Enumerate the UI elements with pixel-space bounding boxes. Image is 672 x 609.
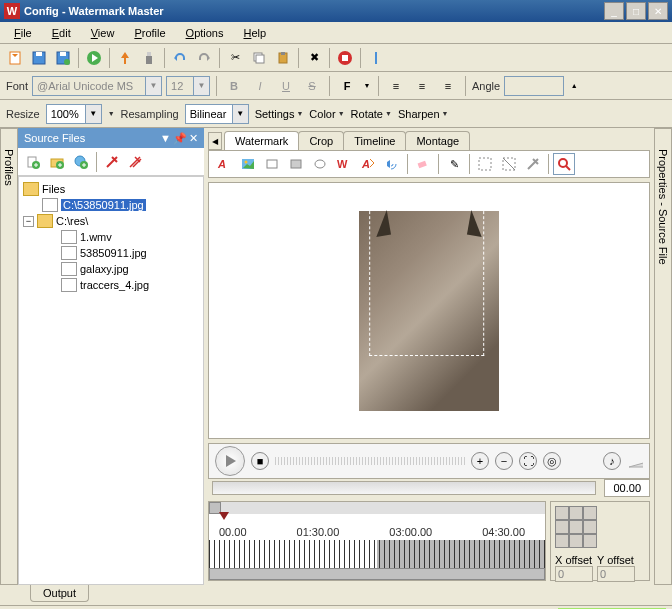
position-grid[interactable]: [555, 506, 645, 548]
convert-icon[interactable]: [114, 47, 136, 69]
profiles-sidetab[interactable]: Profiles: [0, 128, 18, 585]
menu-options[interactable]: Options: [178, 25, 232, 41]
paste-icon[interactable]: [272, 47, 294, 69]
audio-icon[interactable]: [381, 153, 403, 175]
tab-crop[interactable]: Crop: [298, 131, 344, 150]
italic-icon[interactable]: I: [249, 75, 271, 97]
volume-slider[interactable]: [627, 453, 643, 469]
ellipse-icon[interactable]: [309, 153, 331, 175]
output-tab[interactable]: Output: [30, 585, 89, 602]
fontsize-combo[interactable]: 12▼: [166, 76, 210, 96]
timeline-playhead[interactable]: [209, 514, 545, 526]
strike-icon[interactable]: S: [301, 75, 323, 97]
zoom-out-icon[interactable]: −: [495, 452, 513, 470]
y-offset-input[interactable]: [597, 566, 635, 582]
selection-rect[interactable]: [369, 201, 484, 356]
eraser-icon[interactable]: [412, 153, 434, 175]
zoom-preview-icon[interactable]: [553, 153, 575, 175]
play-button[interactable]: [215, 446, 245, 476]
actual-size-icon[interactable]: ◎: [543, 452, 561, 470]
tab-scroll-left[interactable]: ◀: [208, 132, 222, 150]
panel-menu-icon[interactable]: ▼: [160, 132, 171, 145]
toggle-icon[interactable]: [365, 47, 387, 69]
bold-icon[interactable]: B: [223, 75, 245, 97]
settings-menu[interactable]: Settings▼: [255, 108, 304, 120]
timeline-track[interactable]: 00.0001:30.0003:00.0004:30.00: [208, 501, 546, 581]
rect-icon[interactable]: [261, 153, 283, 175]
font-color-icon[interactable]: F: [336, 75, 358, 97]
fit-icon[interactable]: ⛶: [519, 452, 537, 470]
tree-file[interactable]: 1.wmv: [23, 229, 199, 245]
align-right-icon[interactable]: ≡: [437, 75, 459, 97]
maximize-button[interactable]: □: [626, 2, 646, 20]
app-watermark-icon[interactable]: W: [333, 153, 355, 175]
resampling-combo[interactable]: Bilinear▼: [185, 104, 249, 124]
menu-edit[interactable]: Edit: [44, 25, 79, 41]
tree-file[interactable]: traccers_4.jpg: [23, 277, 199, 293]
minimize-button[interactable]: _: [604, 2, 624, 20]
menu-help[interactable]: Help: [235, 25, 274, 41]
panel-close-icon[interactable]: ✕: [189, 132, 198, 145]
edit-icon[interactable]: ✎: [443, 153, 465, 175]
select-all-icon[interactable]: [474, 153, 496, 175]
align-left-icon[interactable]: ≡: [385, 75, 407, 97]
redo-icon[interactable]: [193, 47, 215, 69]
zoom-combo[interactable]: 100%▼: [46, 104, 102, 124]
timeline-hscroll[interactable]: [209, 568, 545, 580]
add-url-icon[interactable]: [70, 151, 92, 173]
save-as-icon[interactable]: [52, 47, 74, 69]
remove-all-icon[interactable]: [125, 151, 147, 173]
panel-pin-icon[interactable]: 📌: [173, 132, 187, 145]
sharpen-menu[interactable]: Sharpen▼: [398, 108, 449, 120]
remove-icon[interactable]: [101, 151, 123, 173]
angle-field[interactable]: [504, 76, 564, 96]
font-combo[interactable]: @Arial Unicode MS▼: [32, 76, 162, 96]
image-watermark-icon[interactable]: [237, 153, 259, 175]
add-file-icon[interactable]: [22, 151, 44, 173]
rotate-menu[interactable]: Rotate▼: [351, 108, 392, 120]
color-menu[interactable]: Color▼: [309, 108, 344, 120]
undo-icon[interactable]: [169, 47, 191, 69]
align-center-icon[interactable]: ≡: [411, 75, 433, 97]
copy-icon[interactable]: [248, 47, 270, 69]
cut-icon[interactable]: ✂: [224, 47, 246, 69]
font-color-drop[interactable]: ▼: [362, 75, 372, 97]
menu-view[interactable]: View: [83, 25, 123, 41]
deselect-icon[interactable]: [498, 153, 520, 175]
angle-up[interactable]: ▲: [568, 75, 580, 97]
underline-icon[interactable]: U: [275, 75, 297, 97]
app-icon: W: [4, 3, 20, 19]
delete-icon[interactable]: ✖: [303, 47, 325, 69]
tree-root[interactable]: Files: [23, 181, 199, 197]
volume-icon[interactable]: ♪: [603, 452, 621, 470]
tree-folder[interactable]: −C:\res\: [23, 213, 199, 229]
text-watermark-icon[interactable]: A: [213, 153, 235, 175]
menu-profile[interactable]: Profile: [126, 25, 173, 41]
resize-toolbar: Resize 100%▼ ▼ Resampling Bilinear▼ Sett…: [0, 100, 672, 128]
anim-text-icon[interactable]: A: [357, 153, 379, 175]
zoom-in-icon[interactable]: +: [471, 452, 489, 470]
close-button[interactable]: ✕: [648, 2, 668, 20]
menu-file[interactable]: File: [6, 25, 40, 41]
scrub-bar[interactable]: [212, 481, 596, 495]
preview-area[interactable]: [208, 182, 650, 439]
tree-file[interactable]: 53850911.jpg: [23, 245, 199, 261]
add-folder-icon[interactable]: [46, 151, 68, 173]
filled-rect-icon[interactable]: [285, 153, 307, 175]
tab-watermark[interactable]: Watermark: [224, 131, 299, 150]
stop-button[interactable]: ■: [251, 452, 269, 470]
tree-file-selected[interactable]: C:\53850911.jpg: [23, 197, 199, 213]
resize-drop[interactable]: ▼: [108, 110, 115, 117]
file-tree[interactable]: Files C:\53850911.jpg −C:\res\ 1.wmv 538…: [18, 176, 204, 585]
play-icon[interactable]: [83, 47, 105, 69]
tab-montage[interactable]: Montage: [405, 131, 470, 150]
properties-sidetab[interactable]: Properties - Source File: [654, 128, 672, 585]
save-icon[interactable]: [28, 47, 50, 69]
x-offset-input[interactable]: [555, 566, 593, 582]
settings-icon[interactable]: [138, 47, 160, 69]
clear-icon[interactable]: [522, 153, 544, 175]
tab-timeline[interactable]: Timeline: [343, 131, 406, 150]
stop-icon[interactable]: [334, 47, 356, 69]
tree-file[interactable]: galaxy.jpg: [23, 261, 199, 277]
new-icon[interactable]: [4, 47, 26, 69]
